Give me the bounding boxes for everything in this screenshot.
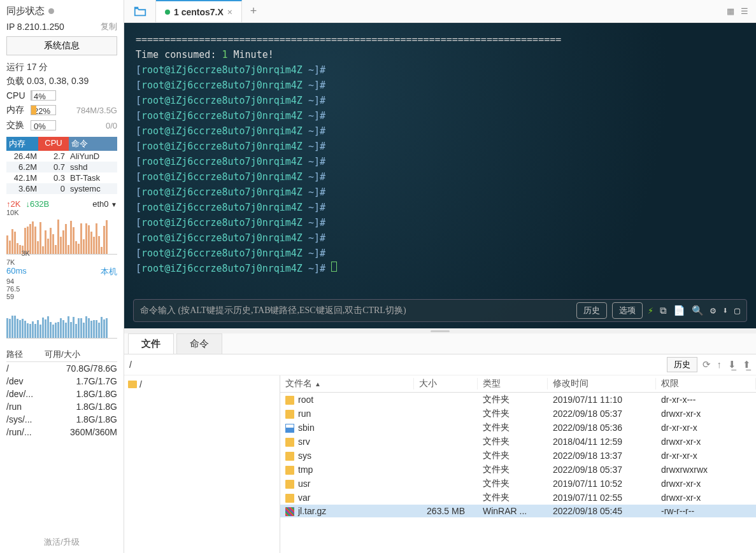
pathbar-icons: ⟳ ↑ ⬇̲ ⬆̲: [703, 359, 752, 370]
disk-header: 路径 可用/大小: [6, 349, 117, 362]
tabbar-right: ▦ ☰: [727, 0, 756, 22]
folder-open-icon: [133, 4, 147, 18]
bolt-icon[interactable]: ⚡: [648, 305, 653, 316]
ip-label: IP 8.210.1.250: [6, 22, 64, 32]
rar-icon: [285, 507, 294, 516]
ip-row: IP 8.210.1.250 复制: [6, 21, 117, 32]
menu-icon[interactable]: ☰: [741, 6, 748, 16]
terminal[interactable]: ========================================…: [124, 23, 756, 328]
folder-icon: [285, 396, 294, 405]
copy-icon[interactable]: ⧉: [660, 305, 667, 316]
cpu-bar: 4%: [31, 90, 56, 101]
grid-view-icon[interactable]: ▦: [727, 6, 734, 16]
process-header: 内存 CPU 命令: [6, 137, 117, 151]
proc-header-cmd[interactable]: 命令: [69, 137, 117, 151]
path-history-button[interactable]: 历史: [667, 357, 697, 372]
tab-files[interactable]: 文件: [128, 333, 174, 354]
upload-file-icon[interactable]: ⬆̲: [743, 359, 751, 370]
paste-icon[interactable]: 📄: [673, 305, 685, 316]
download-icon[interactable]: ⬇: [722, 305, 728, 316]
file-row[interactable]: sbin文件夹2022/09/18 05:36dr-xr-xr-x: [280, 421, 756, 435]
history-button[interactable]: 历史: [576, 302, 607, 319]
proc-header-cpu[interactable]: CPU: [38, 137, 69, 151]
sync-dot-icon: [48, 8, 54, 14]
tab-title: 1 centos7.X: [174, 7, 224, 17]
swap-extra: 0/0: [106, 121, 117, 130]
col-name[interactable]: 文件名▲: [280, 378, 414, 389]
path-input[interactable]: /: [129, 360, 662, 370]
folder-tree[interactable]: /: [124, 375, 280, 553]
network-row: ↑2K ↓632B eth0 ▼: [6, 199, 117, 209]
cmdbar-icons: ⚡ ⧉ 📄 🔍 ⚙ ⬇ ▢: [648, 305, 740, 316]
process-row[interactable]: 6.2M0.7sshd: [6, 162, 117, 172]
command-bar: 命令输入 (按ALT键提示历史,TAB键路径,ESC键返回,双击CTRL切换) …: [133, 299, 747, 322]
file-row[interactable]: run文件夹2022/09/18 05:37drwxr-xr-x: [280, 407, 756, 421]
latency-local[interactable]: 本机: [101, 266, 117, 277]
search-icon[interactable]: 🔍: [692, 305, 704, 316]
main: 1 centos7.X × + ▦ ☰ ====================…: [124, 0, 756, 553]
cpu-label: CPU: [6, 90, 27, 101]
folder-icon: [128, 381, 137, 388]
mem-label: 内存: [6, 104, 27, 116]
disk-row[interactable]: /run1.8G/1.8G: [6, 400, 117, 413]
folder-icon: [285, 494, 294, 503]
disk-row[interactable]: /dev1.7G/1.7G: [6, 375, 117, 388]
disk-header-path[interactable]: 路径: [6, 349, 45, 360]
sync-status: 同步状态: [6, 5, 117, 17]
add-tab-button[interactable]: +: [242, 0, 265, 22]
sidebar: 同步状态 IP 8.210.1.250 复制 系统信息 运行 17 分 负载 0…: [0, 0, 124, 553]
system-info-button[interactable]: 系统信息: [6, 36, 117, 55]
disk-header-size[interactable]: 可用/大小: [45, 349, 117, 360]
file-row[interactable]: tmp文件夹2022/09/18 05:37drwxrwxrwx: [280, 463, 756, 477]
gear-icon[interactable]: ⚙: [710, 305, 716, 316]
swap-metric: 交换 0% 0/0: [6, 120, 117, 131]
drag-handle[interactable]: [124, 328, 756, 333]
proc-header-mem[interactable]: 内存: [6, 137, 38, 151]
latency-value[interactable]: 60ms: [6, 266, 27, 277]
mem-extra: 784M/3.5G: [76, 106, 117, 115]
disk-row[interactable]: /70.8G/78.6G: [6, 362, 117, 375]
file-row[interactable]: var文件夹2019/07/11 02:55drwxr-xr-x: [280, 491, 756, 505]
folder-icon: [285, 466, 294, 475]
sync-label: 同步状态: [6, 5, 45, 17]
command-input[interactable]: 命令输入 (按ALT键提示历史,TAB键路径,ESC键返回,双击CTRL切换): [140, 305, 571, 316]
process-row[interactable]: 3.6M0systemc: [6, 183, 117, 194]
refresh-icon[interactable]: ⟳: [703, 359, 711, 370]
download-file-icon[interactable]: ⬇̲: [728, 359, 736, 370]
col-type[interactable]: 类型: [478, 378, 548, 389]
file-row[interactable]: sys文件夹2022/09/18 13:37dr-xr-xr-x: [280, 449, 756, 463]
close-tab-button[interactable]: ×: [227, 7, 232, 17]
tree-root[interactable]: /: [127, 378, 277, 391]
process-row[interactable]: 42.1M0.3BT-Task: [6, 172, 117, 183]
fullscreen-icon[interactable]: ▢: [734, 305, 740, 316]
chevron-down-icon: ▼: [111, 201, 117, 208]
file-row[interactable]: root文件夹2019/07/11 11:10dr-xr-x---: [280, 393, 756, 407]
tab-centos[interactable]: 1 centos7.X ×: [156, 0, 242, 22]
folder-icon: [285, 452, 294, 461]
file-row[interactable]: srv文件夹2018/04/11 12:59drwxr-xr-x: [280, 435, 756, 449]
folder-icon: [285, 480, 294, 489]
options-button[interactable]: 选项: [612, 302, 643, 319]
sbin-icon: [285, 424, 294, 433]
tab-commands[interactable]: 命令: [176, 333, 222, 354]
process-list: 26.4M2.7AliYunD6.2M0.7sshd42.1M0.3BT-Tas…: [6, 151, 117, 194]
latency-chart: [6, 302, 117, 339]
file-row[interactable]: jl.tar.gz263.5 MBWinRAR ...2022/09/18 05…: [280, 505, 756, 517]
col-size[interactable]: 大小: [414, 378, 478, 389]
file-list-header: 文件名▲ 大小 类型 修改时间 权限: [280, 375, 756, 393]
net-interface-select[interactable]: eth0 ▼: [92, 199, 117, 209]
col-perm[interactable]: 权限: [656, 378, 756, 389]
open-folder-button[interactable]: [124, 0, 156, 22]
disk-list: /70.8G/78.6G/dev1.7G/1.7G/dev/...1.8G/1.…: [6, 362, 117, 438]
col-time[interactable]: 修改时间: [548, 378, 656, 389]
disk-row[interactable]: /run/...360M/360M: [6, 426, 117, 438]
disk-row[interactable]: /dev/...1.8G/1.8G: [6, 388, 117, 400]
process-row[interactable]: 26.4M2.7AliYunD: [6, 151, 117, 162]
pathbar: / 历史 ⟳ ↑ ⬇̲ ⬆̲: [124, 354, 756, 375]
net-chart-y: 10K: [6, 209, 117, 216]
copy-button[interactable]: 复制: [101, 21, 117, 32]
disk-row[interactable]: /sys/...1.8G/1.8G: [6, 413, 117, 426]
file-row[interactable]: usr文件夹2019/07/11 10:52drwxr-xr-x: [280, 477, 756, 491]
activate-link[interactable]: 激活/升级: [6, 536, 117, 548]
up-icon[interactable]: ↑: [717, 359, 722, 370]
